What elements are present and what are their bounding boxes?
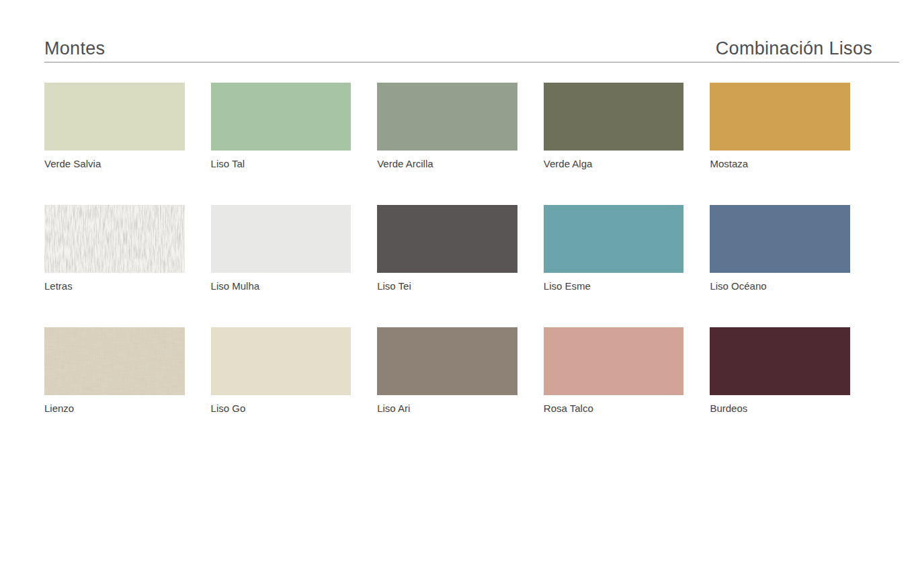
swatch-cell: Verde Salvia <box>44 83 185 170</box>
swatch-box <box>710 327 850 395</box>
swatch-cell: Liso Océano <box>710 205 850 292</box>
page-header: Montes Combinación Lisos <box>44 0 899 58</box>
swatch-box <box>211 205 351 273</box>
swatch-box <box>44 327 185 395</box>
catalog-page: Montes Combinación Lisos Verde Salvia Li… <box>44 0 899 415</box>
swatch-box <box>377 327 517 395</box>
swatch-box <box>544 83 684 151</box>
swatch-label: Liso Tal <box>211 158 351 170</box>
swatch-box <box>44 83 185 151</box>
swatch-cell: Verde Alga <box>544 83 684 170</box>
swatch-cell: Liso Tei <box>377 205 517 292</box>
texture-overlay <box>44 327 185 395</box>
page-title: Montes <box>44 38 105 58</box>
swatch-box <box>211 327 351 395</box>
swatch-box <box>211 83 351 151</box>
swatch-label: Liso Ari <box>377 403 517 415</box>
swatch-cell: Liso Mulha <box>211 205 351 292</box>
swatch-box <box>710 205 850 273</box>
swatch-box <box>544 327 684 395</box>
swatch-box <box>377 205 517 273</box>
swatch-label: Mostaza <box>710 158 850 170</box>
swatch-cell: Liso Ari <box>377 327 517 415</box>
swatch-cell: Liso Esme <box>544 205 684 292</box>
swatch-cell: Liso Go <box>211 327 351 415</box>
swatch-label: Liso Go <box>211 403 351 415</box>
swatch-label: Lienzo <box>44 403 185 415</box>
swatch-grid: Verde Salvia Liso Tal Verde Arcilla Verd… <box>44 83 850 415</box>
swatch-cell: Lienzo <box>44 327 185 415</box>
swatch-cell: Liso Tal <box>211 83 351 170</box>
swatch-label: Liso Mulha <box>211 280 351 292</box>
swatch-cell: Letras <box>44 205 185 292</box>
swatch-box <box>44 205 185 273</box>
swatch-cell: Mostaza <box>710 83 850 170</box>
swatch-label: Liso Esme <box>544 280 684 292</box>
swatch-cell: Burdeos <box>710 327 850 415</box>
swatch-label: Rosa Talco <box>544 403 684 415</box>
swatch-label: Verde Alga <box>544 158 684 170</box>
swatch-cell: Verde Arcilla <box>377 83 517 170</box>
swatch-label: Liso Tei <box>377 280 517 292</box>
swatch-label: Letras <box>44 280 185 292</box>
swatch-label: Verde Salvia <box>44 158 185 170</box>
header-divider <box>44 62 899 62</box>
texture-overlay <box>44 205 185 273</box>
swatch-label: Liso Océano <box>710 280 850 292</box>
swatch-label: Verde Arcilla <box>377 158 517 170</box>
swatch-box <box>544 205 684 273</box>
swatch-label: Burdeos <box>710 403 850 415</box>
collection-title: Combinación Lisos <box>716 38 899 58</box>
swatch-cell: Rosa Talco <box>544 327 684 415</box>
swatch-box <box>377 83 517 151</box>
swatch-box <box>710 83 850 151</box>
